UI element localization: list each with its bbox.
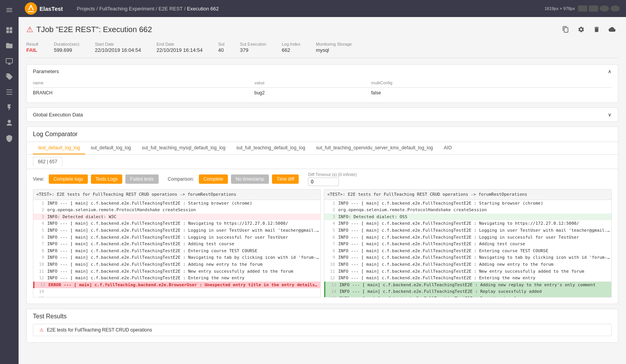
test-result-error-icon: ⚠ [39, 327, 44, 333]
cloud-button[interactable] [606, 23, 618, 36]
line-number: 7 [35, 241, 44, 248]
line-number: 4 [35, 220, 44, 227]
line-text: org.openqa.selenium.remote.ProtocolHands… [338, 207, 487, 214]
test-result-item[interactable]: ⚠E2E tests for FullTeaching REST CRUD op… [33, 324, 612, 336]
topbar-btn4[interactable] [611, 5, 620, 12]
breadcrumb-projects[interactable]: Projects [77, 6, 95, 12]
security-icon[interactable] [2, 132, 16, 145]
line-text: INFO --- [ main] c.f.backend.e2e.FullTea… [338, 200, 543, 207]
right-panel-header: <TEST>: E2E tests for FullTeaching REST … [324, 190, 611, 200]
diff-timeout-input[interactable] [308, 178, 339, 186]
complete-button[interactable]: Complete [199, 174, 228, 184]
folder-icon[interactable] [2, 39, 16, 53]
line-text: INFO --- [ main] c.f.backend.e2e.FullTea… [339, 282, 595, 289]
topbar-btn2[interactable] [589, 5, 598, 12]
log-line: 9INFO --- [ main] c.f.backend.e2e.FullTe… [33, 254, 320, 261]
line-number: 15 [327, 295, 336, 297]
breadcrumb-experiment[interactable]: FullTeaching Experiment [99, 6, 154, 12]
tag-icon[interactable] [2, 70, 16, 84]
line-number: 12 [35, 275, 44, 282]
screen-size: 1619px × 978px [544, 6, 575, 11]
diff-timeout-label: Diff Timeout (s) (0 infinite) [308, 172, 357, 177]
log-line: 15INFO --- [ main] c.f.backend.e2e.FullT… [324, 295, 611, 297]
line-text: INFO: Detected dialect: W3C [47, 214, 116, 220]
test-results-title: Test Results [27, 309, 618, 324]
log-line: 5INFO --- [ main] c.f.backend.e2e.FullTe… [324, 227, 611, 234]
log-line: 4INFO --- [ main] c.f.backend.e2e.FullTe… [324, 220, 611, 227]
time-diff-button[interactable]: Time diff [272, 174, 299, 184]
complete-logs-button[interactable]: Complete logs [49, 174, 88, 184]
parameters-body: name value multiConfig BRANCHbug2false [27, 78, 618, 103]
log-tab-0[interactable]: test_default_log_log [33, 142, 85, 154]
col-name: name [33, 78, 255, 88]
log-line: 6INFO --- [ main] c.f.backend.e2e.FullTe… [33, 234, 320, 241]
log-line: 11INFO --- [ main] c.f.backend.e2e.FullT… [324, 268, 611, 275]
failed-tests-button[interactable]: Failed tests [125, 174, 158, 184]
line-text: INFO --- [ main] c.f.backend.e2e.FullTea… [47, 241, 234, 248]
col-value: value [255, 78, 371, 88]
sut-exec-label: Sut Execution [240, 42, 266, 46]
list-icon[interactable] [2, 85, 16, 99]
line-text: INFO --- [ main] c.f.backend.e2e.FullTea… [47, 268, 293, 275]
topbar-btn1[interactable] [578, 5, 587, 12]
sub-tab-662-657[interactable]: 662 | 657 [33, 157, 62, 166]
line-number: 1 [35, 200, 44, 207]
log-tab-5[interactable]: AIO [438, 142, 457, 154]
line-text: INFO --- [ main] c.f.backend.e2e.FullTea… [338, 248, 548, 255]
log-line: 15 [33, 295, 320, 297]
monitoring-value: mysql [316, 47, 352, 53]
log-comparator-section: Log Comparator test_default_log_logsut_d… [26, 126, 618, 304]
meta-end-date: End Date 22/10/2019 16:14:54 [157, 42, 203, 53]
delete-button[interactable] [590, 23, 603, 36]
log-tab-1[interactable]: sut_default_log_log [85, 142, 136, 154]
log-tab-3[interactable]: sut_full_teaching_default_log_log [231, 142, 311, 154]
tests-logs-button[interactable]: Tests Logs [91, 174, 122, 184]
log-tab-2[interactable]: sut_full_teaching_mysql_default_log_log [137, 142, 231, 154]
line-number: 3 [35, 214, 44, 220]
meta-result: Result FAIL [26, 42, 38, 53]
log-line: 1INFO --- [ main] c.f.backend.e2e.FullTe… [324, 200, 611, 207]
log-tabs: test_default_log_logsut_default_log_logs… [27, 142, 618, 155]
line-number: 1 [326, 200, 335, 207]
dashboard-icon[interactable] [2, 23, 16, 37]
menu-icon[interactable] [2, 3, 16, 17]
left-log-lines: 1INFO --- [ main] c.f.backend.e2e.FullTe… [33, 200, 320, 297]
monitor-icon[interactable] [2, 54, 16, 68]
log-panels: <TEST>: E2E tests for FullTeaching REST … [27, 189, 618, 304]
line-number: 11 [35, 268, 44, 275]
parameters-chevron: ∧ [608, 68, 612, 74]
log-line: 10INFO --- [ main] c.f.backend.e2e.FullT… [33, 261, 320, 268]
start-date-value: 22/10/2019 16:04:54 [95, 47, 141, 53]
topbar-btn3[interactable] [600, 5, 609, 12]
line-number: 12 [326, 275, 335, 282]
params-table: name value multiConfig BRANCHbug2false [33, 78, 612, 98]
line-number: 14 [327, 288, 336, 295]
sut-exec-value: 379 [240, 47, 266, 53]
line-text: INFO --- [ main] c.f.backend.e2e.FullTea… [47, 220, 288, 227]
line-text: INFO --- [ main] c.f.backend.e2e.FullTea… [338, 268, 584, 275]
log-line: 2org.openqa.selenium.remote.ProtocolHand… [324, 207, 611, 214]
parameters-header[interactable]: Parameters ∧ [27, 65, 618, 78]
line-text: ERROR --- [ main] c.f.fullTeaching.backe… [48, 282, 319, 289]
line-text: INFO --- [ main] c.f.backend.e2e.FullTea… [338, 261, 553, 268]
breadcrumb-e2e[interactable]: E2E REST [159, 6, 183, 12]
person-icon[interactable] [2, 116, 16, 130]
line-number: 9 [326, 254, 335, 261]
test-result-label: E2E tests for FullTeaching REST CRUD ope… [47, 327, 152, 333]
page-title-row: ⚠ TJob "E2E REST": Execution 662 [26, 23, 618, 36]
page-title: TJob "E2E REST": Execution 662 [36, 25, 152, 34]
log-tab-4[interactable]: sut_full_teaching_openvidu_server_kms_de… [311, 142, 438, 154]
no-timestamp-button[interactable]: No timestamp [231, 174, 269, 184]
col-multiconfig: multiConfig [371, 78, 612, 88]
line-number: 6 [35, 234, 44, 241]
settings-button[interactable] [575, 23, 587, 36]
global-execution-title: Global Execution Data [33, 112, 83, 118]
log-line: 1INFO --- [ main] c.f.backend.e2e.FullTe… [33, 200, 320, 207]
line-text: INFO: Detected dialect: OSS [338, 214, 407, 220]
line-number: 15 [35, 295, 44, 297]
lightning-icon[interactable] [2, 101, 16, 114]
logo: ElasTest [25, 2, 68, 15]
global-execution-header[interactable]: Global Execution Data ∨ [27, 108, 618, 121]
log-line: 11INFO --- [ main] c.f.backend.e2e.FullT… [33, 268, 320, 275]
copy-button[interactable] [559, 23, 572, 36]
